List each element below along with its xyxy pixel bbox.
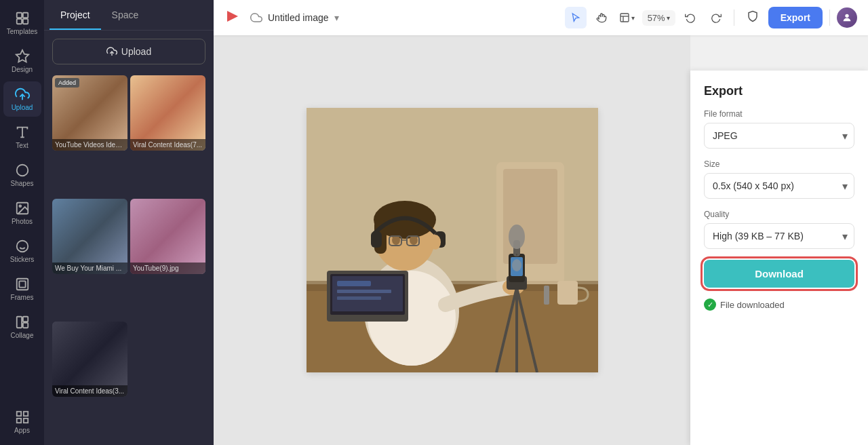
quality-label: Quality: [704, 210, 854, 219]
shield-button[interactable]: [741, 7, 764, 28]
cloud-icon: [250, 12, 262, 24]
file-format-select-wrapper: JPEG PNG PDF SVG GIF ▾: [704, 123, 854, 149]
media-item-label: Viral Content Ideas(3...: [52, 385, 127, 397]
svg-rect-21: [16, 419, 20, 423]
app-logo: [224, 8, 241, 28]
sidebar-item-upload[interactable]: Upload: [3, 81, 41, 117]
export-button[interactable]: Export: [768, 7, 823, 28]
svg-marker-4: [16, 50, 28, 62]
added-badge: Added: [55, 78, 79, 88]
svg-rect-17: [22, 317, 27, 322]
main-content: Untitled image ▾ ▾: [214, 0, 868, 445]
svg-rect-15: [19, 281, 25, 287]
export-panel: Export File format JPEG PNG PDF SVG GIF …: [690, 71, 868, 445]
media-item-viral3[interactable]: Viral Content Ideas(3...: [52, 322, 127, 397]
panel-sidebar: Project Space Upload Added YouTube Video…: [44, 0, 214, 445]
export-title: Export: [704, 84, 854, 98]
redo-button[interactable]: [705, 7, 727, 28]
file-format-label: File format: [704, 109, 854, 119]
media-item-youtube9[interactable]: YouTube(9).jpg: [130, 199, 205, 274]
svg-rect-19: [16, 412, 20, 416]
file-format-select[interactable]: JPEG PNG PDF SVG GIF: [704, 123, 854, 149]
svg-rect-18: [22, 323, 27, 328]
hand-tool-button[interactable]: [591, 7, 612, 28]
header-tools: ▾ 57% ▾ Export: [565, 7, 857, 28]
panel-tabs: Project Space: [44, 0, 214, 31]
svg-point-10: [19, 205, 21, 207]
layout-chevron-icon: ▾: [631, 14, 635, 22]
media-item-label: YouTube(9).jpg: [130, 263, 205, 274]
size-select[interactable]: 0.5x (540 x 540 px) 1x (1080 x 1080 px) …: [704, 173, 854, 199]
media-item-label: Viral Content Ideas(7...: [130, 139, 205, 151]
document-title: Untitled image: [268, 12, 329, 23]
quality-select[interactable]: Low Medium High (39 KB – 77 KB): [704, 223, 854, 249]
upload-button[interactable]: Upload: [52, 39, 205, 64]
svg-rect-22: [23, 419, 27, 423]
file-downloaded-status: ✓ File downloaded: [704, 298, 854, 311]
svg-rect-16: [16, 317, 21, 328]
media-item-youtube[interactable]: Added YouTube Videos Idea...: [52, 75, 127, 151]
media-grid: Added YouTube Videos Idea... Viral Conte…: [44, 73, 214, 445]
media-item-miami[interactable]: We Buy Your Miami ...: [52, 199, 127, 274]
canvas-body: Export File format JPEG PNG PDF SVG GIF …: [214, 35, 868, 445]
divider2: [829, 9, 830, 26]
size-section: Size 0.5x (540 x 540 px) 1x (1080 x 1080…: [704, 159, 854, 199]
svg-rect-65: [307, 108, 598, 372]
undo-button[interactable]: [679, 7, 701, 28]
svg-rect-20: [23, 412, 27, 416]
media-item-label: YouTube Videos Idea...: [52, 139, 127, 151]
svg-rect-3: [22, 19, 27, 24]
file-format-section: File format JPEG PNG PDF SVG GIF ▾: [704, 109, 854, 149]
svg-point-27: [845, 14, 848, 18]
media-item-label: We Buy Your Miami ...: [52, 263, 127, 274]
sidebar-item-collage[interactable]: Collage: [3, 309, 41, 345]
svg-point-8: [16, 165, 28, 176]
title-chevron-icon[interactable]: ▾: [334, 12, 339, 23]
tab-space[interactable]: Space: [101, 0, 150, 30]
sidebar-item-design[interactable]: Design: [3, 43, 41, 79]
sidebar-item-photos[interactable]: Photos: [3, 195, 41, 231]
zoom-control[interactable]: 57% ▾: [642, 10, 675, 26]
quality-section: Quality Low Medium High (39 KB – 77 KB) …: [704, 210, 854, 249]
canvas-image: [307, 108, 598, 372]
check-circle-icon: ✓: [704, 298, 716, 311]
sidebar-item-apps[interactable]: Apps: [3, 404, 41, 440]
header-bar: Untitled image ▾ ▾: [214, 0, 868, 35]
select-tool-button[interactable]: [565, 7, 587, 28]
divider: [734, 9, 734, 26]
quality-select-wrapper: Low Medium High (39 KB – 77 KB) ▾: [704, 223, 854, 249]
zoom-chevron-icon: ▾: [667, 14, 670, 22]
sidebar-item-stickers[interactable]: Stickers: [3, 233, 41, 269]
svg-rect-1: [22, 13, 27, 18]
layout-tool-button[interactable]: ▾: [616, 7, 638, 28]
icon-sidebar: Templates Design Upload Text Shapes Phot…: [0, 0, 44, 445]
svg-rect-0: [16, 13, 21, 18]
sidebar-item-frames[interactable]: Frames: [3, 271, 41, 307]
sidebar-item-templates[interactable]: Templates: [3, 5, 41, 41]
sidebar-item-text[interactable]: Text: [3, 119, 41, 155]
user-avatar[interactable]: [837, 7, 857, 28]
size-label: Size: [704, 159, 854, 169]
sidebar-item-shapes[interactable]: Shapes: [3, 157, 41, 193]
svg-rect-14: [16, 279, 28, 290]
svg-rect-24: [620, 14, 629, 22]
svg-point-11: [16, 241, 28, 252]
size-select-wrapper: 0.5x (540 x 540 px) 1x (1080 x 1080 px) …: [704, 173, 854, 199]
download-button[interactable]: Download: [704, 260, 854, 288]
canvas-zone: [214, 35, 690, 445]
canvas-white[interactable]: [307, 108, 598, 372]
tab-project[interactable]: Project: [50, 0, 101, 30]
svg-rect-2: [16, 19, 21, 24]
media-item-viral1[interactable]: Viral Content Ideas(7...: [130, 75, 205, 151]
